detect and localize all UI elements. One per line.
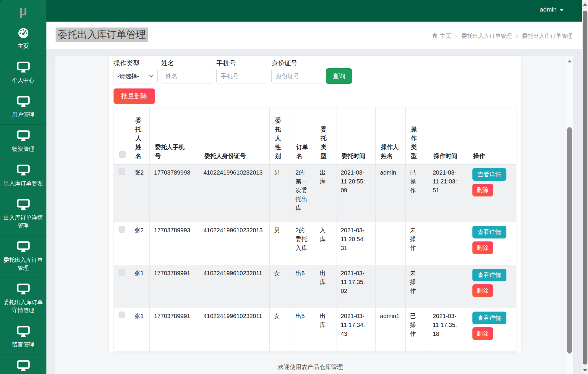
column-header-label: 订单名 <box>296 144 308 159</box>
search-button[interactable]: 查询 <box>326 68 352 84</box>
cell-value: 2021-03-11 21:03:51 <box>433 168 458 195</box>
table-cell: admin1 <box>375 308 405 351</box>
row-checkbox[interactable] <box>119 168 125 175</box>
column-header: 委托人身份证号 <box>199 107 270 164</box>
monitor-icon <box>2 62 45 73</box>
sidebar-item[interactable]: 委托出入库订单详情管理 <box>0 278 46 320</box>
inner-scrollbar-thumb[interactable] <box>567 127 572 354</box>
monitor-icon <box>2 326 45 337</box>
table-cell: 张1 <box>130 308 150 351</box>
row-select-cell <box>114 265 130 308</box>
column-header: 委托人手机号 <box>150 107 199 164</box>
table-cell: 出6 <box>291 265 315 308</box>
delete-button[interactable]: 删除 <box>472 184 493 196</box>
cell-value: 女 <box>274 270 280 276</box>
delete-button[interactable]: 删除 <box>472 241 493 254</box>
monitor-icon <box>2 199 45 210</box>
column-header: 操作人姓名 <box>375 107 405 164</box>
breadcrumb-item[interactable]: 委托出入库订单管理 <box>461 32 512 40</box>
sidebar-menu: 主页 个人中心 用户管理 物资管理 出入库订单管理 出入库订单详情管理 委托出入… <box>0 22 46 374</box>
batch-delete-button[interactable]: 批量删除 <box>114 88 155 104</box>
name-input[interactable] <box>161 69 212 83</box>
column-header-label: 委托人性别 <box>275 116 281 160</box>
view-detail-button[interactable]: 查看详情 <box>472 226 506 238</box>
outer-scrollbar[interactable] <box>582 0 588 374</box>
select-all-checkbox[interactable] <box>119 151 126 158</box>
select-all-cell <box>114 107 130 164</box>
scroll-down-icon[interactable] <box>583 369 587 372</box>
breadcrumb-label: 主页 <box>440 32 451 40</box>
column-header: 委托时间 <box>336 107 375 164</box>
column-header-label: 委托人手机号 <box>155 143 187 160</box>
cell-value: 出库 <box>320 312 326 329</box>
table-cell: 2021-03-11 20:54:31 <box>336 222 375 265</box>
sidebar-item[interactable]: 出入库订单详情管理 <box>0 193 46 236</box>
table-cell: 男 <box>270 164 291 222</box>
view-detail-button[interactable]: 查看详情 <box>472 269 506 281</box>
breadcrumb-separator: › <box>455 33 457 39</box>
idcard-input[interactable] <box>271 69 322 83</box>
view-detail-button[interactable]: 查看详情 <box>472 312 506 324</box>
cell-value: 17703789993 <box>154 169 190 176</box>
monitor-icon <box>2 96 45 107</box>
sidebar-item[interactable]: 委托出入库订单管理 <box>0 236 46 278</box>
table-row: 张217703789993410224199610232013男2的委托入库入库… <box>114 222 516 265</box>
breadcrumb-item[interactable]: 主页 <box>432 32 451 40</box>
table-cell: 张2 <box>130 222 150 265</box>
delete-button[interactable]: 删除 <box>472 284 493 297</box>
column-header-label: 委托人身份证号 <box>204 153 246 159</box>
sidebar: 主页 个人中心 用户管理 物资管理 出入库订单管理 出入库订单详情管理 委托出入… <box>0 22 46 374</box>
sidebar-item[interactable]: 用户管理 <box>0 90 46 125</box>
scroll-up-icon[interactable] <box>583 3 587 6</box>
sidebar-item[interactable]: 出入库订单管理 <box>0 159 46 193</box>
column-header-label: 操作时间 <box>434 153 457 159</box>
row-actions-cell: 查看详情删除 <box>468 164 516 222</box>
table-cell: 2的第一次委托出库 <box>291 164 315 222</box>
column-header-label: 委托时间 <box>342 153 365 159</box>
table-cell: 2的委托入库 <box>291 222 315 265</box>
cell-value: 2的第一次委托出库 <box>295 168 308 212</box>
sidebar-item[interactable]: 主页 <box>0 22 46 56</box>
row-actions-cell: 查看详情删除 <box>468 351 516 353</box>
column-header: 操作时间 <box>428 107 468 164</box>
chevron-down-icon <box>149 75 154 78</box>
table-cell: 未操作 <box>405 222 428 265</box>
cell-value: 17703789991 <box>154 313 190 319</box>
outer-scrollbar-thumb[interactable] <box>583 11 587 365</box>
delete-button[interactable]: 删除 <box>472 327 493 340</box>
sidebar-item[interactable] <box>0 354 46 374</box>
scroll-up-icon[interactable] <box>568 60 572 62</box>
inner-scrollbar[interactable] <box>566 56 573 374</box>
row-actions-cell: 查看详情删除 <box>468 265 516 308</box>
logo-glyph: μ <box>19 4 27 18</box>
monitor-icon <box>2 165 45 176</box>
phone-label: 手机号 <box>216 59 267 67</box>
table-cell: 出5 <box>291 308 315 351</box>
table-cell: 出库 <box>315 164 336 222</box>
table-cell: admin <box>375 164 405 222</box>
breadcrumb-label: 委托出入库订单管理 <box>461 32 512 40</box>
home-icon <box>432 33 438 39</box>
sidebar-item-label: 用户管理 <box>2 111 45 119</box>
row-checkbox[interactable] <box>119 269 125 275</box>
sidebar-item-label: 委托出入库订单详情管理 <box>2 298 45 314</box>
view-detail-button[interactable]: 查看详情 <box>472 168 506 181</box>
operation-type-select[interactable]: -请选择- <box>114 69 158 83</box>
content-panel: 操作类型 -请选择- 姓名 手机号 身 <box>55 56 566 374</box>
select-value: -请选择- <box>117 72 139 80</box>
sidebar-item[interactable]: 物资管理 <box>0 125 46 159</box>
breadcrumb-item[interactable]: 委托出入库订单管理 <box>522 32 573 40</box>
row-checkbox[interactable] <box>119 312 125 318</box>
cell-value: 出库 <box>320 269 326 286</box>
table-row: 张217703789993410224199610232013男2的第一次委托出… <box>114 164 516 222</box>
sidebar-item[interactable]: 留言管理 <box>0 320 46 354</box>
app-logo[interactable]: μ <box>0 0 46 22</box>
row-checkbox[interactable] <box>119 226 125 233</box>
table-cell <box>315 351 336 353</box>
cell-value: 入库 <box>320 226 326 244</box>
row-select-cell <box>114 222 130 265</box>
user-dropdown[interactable]: admin <box>540 6 564 13</box>
sidebar-item[interactable]: 个人中心 <box>0 56 46 90</box>
sidebar-item-label: 出入库订单管理 <box>2 179 45 187</box>
phone-input[interactable] <box>216 69 267 83</box>
